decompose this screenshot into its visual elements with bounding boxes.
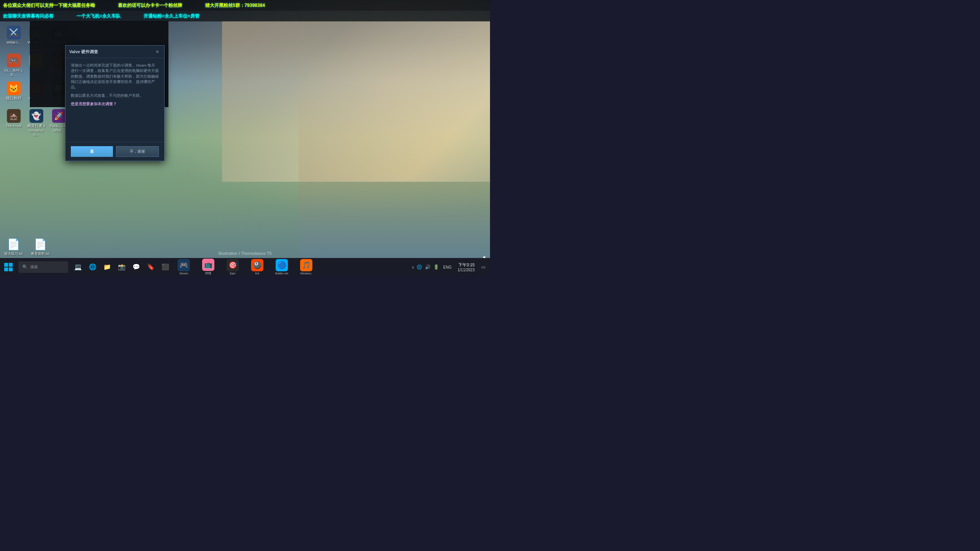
thefront-label: The Front [6,124,21,128]
taskbar-app-epic[interactable]: 🎯 Epic [221,258,244,276]
taskbar-app-steam[interactable]: 🎮 Steam [172,258,195,276]
desktop-icon-maokoufen[interactable]: 🐱 猫口粉对 [3,80,24,106]
search-icon: 🔍 [22,264,28,270]
taskbar-search[interactable]: 🔍 搜索 [18,261,68,273]
taskbar-icon-3[interactable]: 📁 [100,260,114,274]
tray-icon-battery[interactable]: 🔋 [433,263,440,271]
wedance-app-label: Wedanc. [300,272,312,275]
dialog-no-button[interactable]: 不，谢谢 [116,146,159,157]
tray-icons: ∧ 🌐 🔊 🔋 [411,263,440,271]
file-2-icon: 📄 [34,238,47,251]
file-1-label: 猪大练习.txt [4,251,23,256]
ghostrun-icon: 👻 [29,109,43,123]
desktop-icon-dlc[interactable]: 🎮 DL... BAT LE... [3,52,24,78]
clock[interactable]: 下午3:15 1/11/2023 [455,262,478,272]
taskbar-app-battlenet[interactable]: 🔵 Battle.net [270,258,293,276]
desktop-icon-thefront[interactable]: 🏚️ The Front [3,108,24,138]
taskbar-icon-5[interactable]: 💬 [129,260,143,274]
steam-survey-dialog: Valve 硬件调查 × 请抽出一点时间来完成下面的小调查。Steam 每月进行… [65,45,165,161]
desktop-files: 📄 猪大练习.txt 📄 教育资料.txt [3,238,51,256]
file-1-icon: 📄 [7,238,20,251]
win-logo-bl [4,267,8,271]
illustration-credit: Illustration I Thornsdance T5 [218,251,271,256]
dialog-buttons: 是 不，谢谢 [65,142,164,161]
ghostrun-label: 幽灵行者 2 Ghostrunn... [26,124,46,137]
tray-expand-icon[interactable]: ∧ [411,265,415,269]
start-button[interactable] [0,258,17,276]
dialog-survey-area [71,111,159,137]
banner-line-2: 欢迎聊天发弹幕有问必答 一个大飞机=永久车队 开通钻粉=永久上车位+房管 [0,11,490,21]
windows-logo [3,262,14,272]
thefront-icon: 🏚️ [7,109,21,123]
clock-time: 下午3:15 [458,262,475,268]
desktop-file-1[interactable]: 📄 猪大练习.txt [3,238,24,256]
banner-text-2b: 一个大飞机=永久车队 [77,13,121,20]
banner-text-2a: 欢迎聊天发弹幕有问必答 [3,13,54,20]
anime-character [299,44,490,258]
dialog-question: 您是否想要参加本次调查？ [71,102,159,107]
tray-icon-network[interactable]: 🌐 [416,263,423,271]
desktop-icon-wildermyth[interactable]: ⚔️ Wilde t... [3,24,24,51]
taskbar-icon-7[interactable]: ⬛ [158,260,172,274]
dialog-titlebar: Valve 硬件调查 × [65,46,164,58]
wedance-app-icon: 🎵 [300,259,312,271]
ea-app-icon: 🎱 [251,259,263,271]
taskbar-icon-6[interactable]: 🔖 [144,260,158,274]
dialog-separator-text: 数据以匿名方式收集，不与您的账户关联。 [71,93,159,98]
banner-text-1c: 猪大开黑粉丝5群：79398384 [205,2,265,9]
paradise-icon: 🚀 [52,109,66,123]
show-desktop-button[interactable]: ▭ [479,263,487,271]
epic-app-icon: 🎯 [227,259,239,271]
taskbar-icon-2[interactable]: 🌐 [86,260,100,274]
banner-text-2c: 开通钻粉=永久上车位+房管 [144,13,199,20]
maokoufen-label: 猫口粉对 [6,96,21,100]
dlc-icon: 🎮 [7,54,21,67]
banner-text-1a: 各位观众大佬们可以支持一下猪大福星任务呦 [3,2,95,9]
taskbar: 🔍 搜索 💻 🌐 📁 📸 💬 🔖 ⬛ 🎮 Steam 📺 哔哩 🎯 Epic 🎱… [0,258,490,276]
win-logo-tl [4,263,8,267]
tray-icon-volume[interactable]: 🔊 [424,263,432,271]
taskbar-icon-4[interactable]: 📸 [115,260,129,274]
taskbar-centered-apps: 🎮 Steam 📺 哔哩 🎯 Epic 🎱 EA 🔵 Battle.net 🎵 … [172,258,318,276]
system-tray: ∧ 🌐 🔊 🔋 ENG 下午3:15 1/11/2023 ▭ [411,258,490,276]
taskbar-app-ea[interactable]: 🎱 EA [246,258,269,276]
clock-date: 1/11/2023 [458,268,475,272]
dialog-close-button[interactable]: × [154,49,160,55]
epic-app-label: Epic [230,272,236,275]
taskbar-quick-icons: 💻 🌐 📁 📸 💬 🔖 ⬛ [71,260,172,274]
file-2-label: 教育资料.txt [31,251,49,256]
language-indicator[interactable]: ENG [442,265,453,269]
bilibili-app-label: 哔哩 [205,271,211,276]
win-logo-br [9,267,13,271]
steam-app-label: Steam [179,272,188,275]
dialog-title: Valve 硬件调查 [69,49,98,55]
dialog-body-text: 请抽出一点时间来完成下面的小调查。Steam 每月进行一次调查，收集客户正在使用… [71,63,159,90]
wildermyth-icon: ⚔️ [7,26,21,39]
win-logo-tr [9,263,13,267]
ea-app-label: EA [255,272,260,275]
desktop-icon-ghostrun[interactable]: 👻 幽灵行者 2 Ghostrunn... [26,108,47,138]
taskbar-app-wedance[interactable]: 🎵 Wedanc. [295,258,318,276]
steam-app-icon: 🎮 [178,259,190,271]
banner-line-1: 各位观众大佬们可以支持一下猪大福星任务呦 喜欢的话可以办卡卡一个粉丝牌 猪大开黑… [0,0,490,11]
search-placeholder-text: 搜索 [30,264,38,270]
dialog-content: 请抽出一点时间来完成下面的小调查。Steam 每月进行一次调查，收集客户正在使用… [65,58,164,142]
taskbar-app-bilibili[interactable]: 📺 哔哩 [197,258,220,276]
bilibili-app-icon: 📺 [202,259,214,271]
desktop-file-2[interactable]: 📄 教育资料.txt [30,238,51,256]
battlenet-app-label: Battle.net [275,272,288,275]
win-logo-grid [4,263,13,271]
dlc-label: DL... BAT LE... [4,68,23,77]
dialog-yes-button[interactable]: 是 [71,146,113,157]
streaming-banner: 各位观众大佬们可以支持一下猪大福星任务呦 喜欢的话可以办卡卡一个粉丝牌 猪大开黑… [0,0,490,21]
wildermyth-label: Wilde t... [7,40,21,44]
battlenet-app-icon: 🔵 [276,259,288,271]
maokoufen-icon: 🐱 [7,82,21,95]
banner-text-1b: 喜欢的话可以办卡卡一个粉丝牌 [118,2,182,9]
taskbar-icon-1[interactable]: 💻 [71,260,85,274]
